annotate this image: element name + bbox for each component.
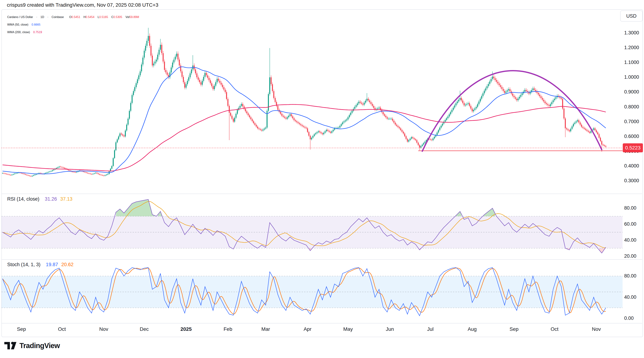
currency-toggle-label: USD: [626, 13, 636, 19]
symbol-interval[interactable]: 1D: [40, 15, 44, 19]
symbol-exchange[interactable]: Coinbase: [52, 15, 64, 19]
time-axis-label: Feb: [224, 326, 232, 332]
rsi-axis-label: 80.00: [624, 205, 636, 211]
time-axis-label: Sep: [510, 326, 518, 332]
price-axis-label: 0.9000: [624, 89, 639, 95]
volume-label: Vol: [126, 15, 130, 19]
wma200-label[interactable]: WMA (200, close): [7, 31, 30, 34]
stoch-label[interactable]: Stoch (14, 1, 3): [7, 262, 40, 267]
last-price-tag: 0.5223: [623, 143, 643, 152]
ohlc-close-label: C: [111, 15, 114, 19]
volume-value: 59.89M: [130, 15, 139, 19]
candle-wicks-up: [2, 28, 594, 177]
separator-dot: ·: [48, 15, 48, 19]
price-axis-label: 0.7000: [624, 119, 639, 124]
time-axis-label: Mar: [261, 326, 270, 332]
time-axis-label: Nov: [592, 326, 601, 332]
price-axis-label: 1.1000: [624, 60, 639, 65]
rsi-legend[interactable]: RSI (14, close) 31.26 37.13: [7, 196, 72, 202]
stoch-axis-label: 0.00: [624, 316, 634, 321]
tradingview-logo-text: TradingView: [20, 342, 60, 350]
time-axis-label: Oct: [58, 326, 66, 332]
symbol-legend-row[interactable]: Cardano / US Dollar · 1D · Coinbase O0.5…: [7, 13, 139, 21]
time-axis-label: 2025: [180, 326, 192, 332]
time-axis-label: May: [343, 326, 353, 332]
stoch-k-value: 19.87: [46, 262, 58, 267]
tradingview-logo-mark: [4, 342, 17, 350]
tradingview-chart-page: crispus9 created with TradingView.com, N…: [0, 0, 644, 358]
time-axis-label: Jul: [427, 326, 434, 332]
rsi-ma-value: 37.13: [60, 196, 72, 202]
ohlc-low-value: 0.5165: [99, 15, 108, 19]
price-axis-label: 1.3000: [624, 30, 639, 36]
ohlc-high-label: H: [84, 15, 86, 19]
candle-bodies: [2, 36, 606, 176]
wma200-value: 0.7519: [33, 31, 42, 34]
stoch-axis-label: 40.00: [624, 295, 636, 300]
tradingview-logo[interactable]: TradingView: [4, 342, 60, 350]
price-axis-label: 0.8000: [624, 104, 639, 110]
ohlc-open-value: 0.5451: [71, 15, 80, 19]
price-axis-label: 1.2000: [624, 45, 639, 50]
last-price-tag-value: 0.5223: [625, 145, 640, 151]
price-axis-label: 0.3000: [624, 178, 639, 184]
wma200-legend-row[interactable]: WMA (200, close) 0.7519: [7, 28, 139, 36]
stoch-d-value: 20.62: [61, 262, 74, 267]
rsi-value: 31.26: [45, 196, 57, 202]
time-axis-label: Aug: [468, 326, 477, 332]
time-axis-label: Jun: [386, 326, 394, 332]
separator-dot: ·: [36, 15, 37, 19]
wma50-label[interactable]: WMA (50, close): [7, 23, 28, 26]
time-axis-label: Oct: [551, 326, 558, 332]
ohlc-high-value: 0.5454: [86, 15, 94, 19]
ohlc-close-value: 0.5305: [113, 15, 122, 19]
time-axis-label: Nov: [99, 326, 108, 332]
rsi-axis-label: 40.00: [624, 237, 636, 243]
time-axis-label: Dec: [140, 326, 149, 332]
chart-canvas[interactable]: [0, 0, 644, 358]
price-axis-label: 0.6000: [624, 134, 639, 139]
rsi-label[interactable]: RSI (14, close): [7, 196, 40, 202]
symbol-legend[interactable]: Cardano / US Dollar · 1D · Coinbase O0.5…: [7, 13, 139, 36]
ohlc-low-label: L: [98, 15, 99, 19]
stoch-axis-label: 80.00: [624, 273, 636, 279]
symbol-title[interactable]: Cardano / US Dollar: [7, 15, 33, 19]
wma50-legend-row[interactable]: WMA (50, close) 0.6665: [7, 21, 139, 28]
wma200-line: [2, 104, 606, 171]
rsi-axis-label: 60.00: [624, 221, 636, 227]
time-axis-label: Sep: [17, 326, 26, 332]
rsi-axis-label: 20.00: [624, 253, 636, 259]
time-axis-label: Apr: [304, 326, 312, 332]
arc-annotation: [422, 71, 602, 151]
price-axis-label: 0.4000: [624, 163, 639, 169]
ohlc-open-label: O: [69, 15, 71, 19]
wma50-value: 0.6665: [32, 23, 40, 26]
stoch-legend[interactable]: Stoch (14, 1, 3) 19.87 20.62: [7, 262, 74, 267]
price-axis-label: 1.0000: [624, 74, 639, 80]
currency-toggle-button[interactable]: USD: [620, 10, 642, 21]
wma50-line: [2, 67, 606, 174]
